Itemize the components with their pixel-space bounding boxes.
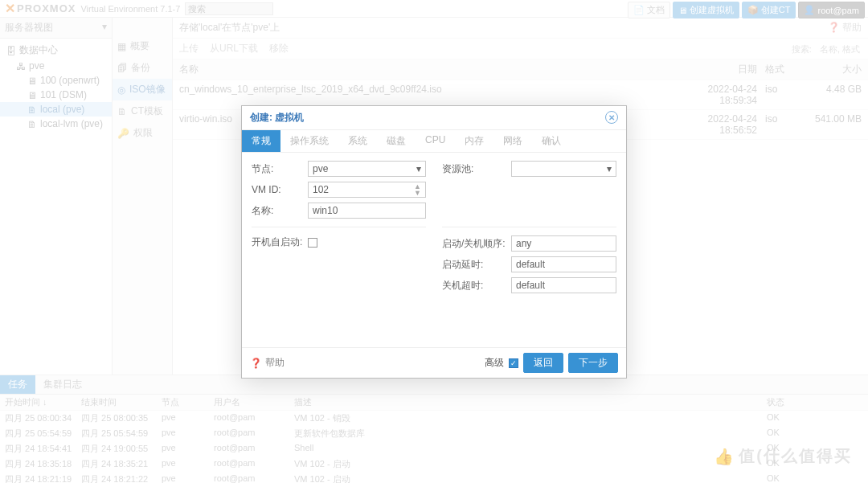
wizard-tabs: 常规 操作系统 系统 磁盘 CPU 内存 网络 确认	[242, 130, 626, 152]
tab-system[interactable]: 系统	[338, 130, 377, 152]
tab-general[interactable]: 常规	[242, 130, 280, 152]
next-button[interactable]: 下一步	[568, 353, 618, 373]
tab-disk[interactable]: 磁盘	[377, 130, 416, 152]
up-delay-input[interactable]: default	[511, 256, 616, 272]
label-autostart: 开机自启动:	[252, 235, 303, 249]
label-node: 节点:	[252, 162, 303, 176]
label-vmid: VM ID:	[252, 184, 303, 195]
dialog-title: 创建: 虚拟机	[250, 111, 304, 125]
order-input[interactable]: any	[511, 235, 616, 252]
name-input[interactable]: win10	[308, 203, 426, 219]
label-name: 名称:	[252, 204, 303, 218]
close-icon[interactable]: ✕	[605, 111, 618, 124]
tab-cpu[interactable]: CPU	[416, 130, 455, 152]
pool-select[interactable]: ▾	[511, 161, 616, 177]
vmid-input[interactable]: 102▲▼	[308, 182, 426, 198]
tab-network[interactable]: 网络	[493, 130, 532, 152]
stepper-icon[interactable]: ▲▼	[414, 183, 421, 196]
tab-memory[interactable]: 内存	[455, 130, 493, 152]
label-pool: 资源池:	[442, 162, 506, 176]
tab-confirm[interactable]: 确认	[532, 130, 571, 152]
dialog-help-button[interactable]: ❓帮助	[250, 356, 285, 370]
label-down-timeout: 关机超时:	[442, 279, 506, 293]
create-vm-dialog: 创建: 虚拟机 ✕ 常规 操作系统 系统 磁盘 CPU 内存 网络 确认 节点:…	[241, 105, 627, 379]
node-select[interactable]: pve▾	[308, 161, 426, 177]
down-timeout-input[interactable]: default	[511, 277, 616, 293]
chevron-down-icon: ▾	[607, 163, 612, 174]
autostart-checkbox[interactable]	[308, 238, 317, 248]
help-icon: ❓	[250, 358, 262, 369]
back-button[interactable]: 返回	[523, 353, 563, 373]
label-up-delay: 启动延时:	[442, 258, 506, 272]
label-order: 启动/关机顺序:	[442, 237, 506, 251]
watermark: 👍值(什么值得买	[714, 445, 852, 467]
advanced-label: 高级	[485, 356, 504, 370]
tab-os[interactable]: 操作系统	[280, 130, 338, 152]
advanced-checkbox[interactable]: ✓	[509, 358, 518, 368]
chevron-down-icon: ▾	[416, 163, 421, 174]
